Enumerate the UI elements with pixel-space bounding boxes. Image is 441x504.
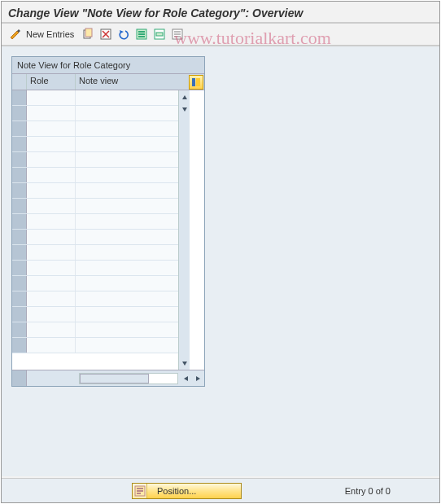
- cell-note-view[interactable]: [76, 214, 178, 229]
- horizontal-scrollbar[interactable]: [12, 370, 204, 386]
- cell-note-view[interactable]: [76, 90, 178, 105]
- cell-role[interactable]: [27, 230, 76, 244]
- table-row[interactable]: [12, 152, 178, 168]
- row-selector[interactable]: [12, 152, 27, 167]
- cell-role[interactable]: [27, 276, 76, 291]
- column-header-role[interactable]: Role: [27, 74, 76, 90]
- table-row[interactable]: [12, 230, 178, 245]
- new-entries-button[interactable]: New Entries: [26, 29, 74, 39]
- table-row[interactable]: [12, 245, 178, 261]
- cell-note-view[interactable]: [76, 137, 178, 151]
- row-selector[interactable]: [12, 261, 27, 275]
- toggle-change-icon[interactable]: [8, 27, 23, 42]
- svg-rect-18: [137, 493, 141, 494]
- table-row[interactable]: [12, 168, 178, 183]
- cell-role[interactable]: [27, 199, 76, 213]
- table-settings-icon[interactable]: [189, 75, 203, 90]
- cell-role[interactable]: [27, 291, 76, 306]
- cell-note-view[interactable]: [76, 276, 178, 291]
- row-selector[interactable]: [12, 245, 27, 260]
- row-selector[interactable]: [12, 291, 27, 306]
- scroll-up-icon[interactable]: [180, 93, 190, 103]
- scroll-down-small-icon[interactable]: [180, 104, 190, 114]
- table-row[interactable]: [12, 307, 178, 322]
- cell-note-view[interactable]: [76, 106, 178, 121]
- cell-role[interactable]: [27, 168, 76, 182]
- scroll-right-icon[interactable]: [193, 374, 203, 383]
- cell-role[interactable]: [27, 152, 76, 167]
- column-header-note-view[interactable]: Note view: [76, 74, 188, 90]
- table-row[interactable]: [12, 214, 178, 230]
- cell-role[interactable]: [27, 322, 76, 337]
- cell-note-view[interactable]: [76, 307, 178, 322]
- row-selector[interactable]: [12, 214, 27, 229]
- table-body: [12, 90, 204, 370]
- cell-note-view[interactable]: [76, 183, 178, 198]
- row-selector[interactable]: [12, 199, 27, 213]
- cell-role[interactable]: [27, 137, 76, 151]
- hscroll-track[interactable]: [79, 373, 178, 384]
- row-selector[interactable]: [12, 276, 27, 291]
- cell-note-view[interactable]: [76, 245, 178, 260]
- table-row[interactable]: [12, 291, 178, 307]
- svg-rect-13: [192, 78, 195, 86]
- svg-rect-4: [138, 31, 145, 33]
- vertical-scrollbar[interactable]: [178, 90, 190, 370]
- copy-as-icon[interactable]: [81, 27, 95, 42]
- cell-role[interactable]: [27, 338, 76, 353]
- cell-role[interactable]: [27, 214, 76, 229]
- row-selector[interactable]: [12, 322, 27, 337]
- row-selector[interactable]: [12, 106, 27, 121]
- row-selector[interactable]: [12, 183, 27, 198]
- row-selector[interactable]: [12, 307, 27, 322]
- svg-rect-5: [138, 33, 145, 35]
- table-row[interactable]: [12, 276, 178, 291]
- footer-bar: Position... Entry 0 of 0: [2, 478, 439, 502]
- cell-role[interactable]: [27, 90, 76, 105]
- cell-note-view[interactable]: [76, 261, 178, 275]
- select-block-icon[interactable]: [152, 27, 167, 42]
- page-title: Change View "Note View for Role Category…: [2, 2, 439, 24]
- cell-role[interactable]: [27, 183, 76, 198]
- svg-rect-1: [85, 28, 92, 37]
- cell-note-view[interactable]: [76, 338, 178, 353]
- svg-rect-6: [138, 36, 145, 37]
- table-row[interactable]: [12, 137, 178, 152]
- cell-note-view[interactable]: [76, 199, 178, 213]
- cell-note-view[interactable]: [76, 322, 178, 337]
- cell-role[interactable]: [27, 121, 76, 136]
- cell-role[interactable]: [27, 261, 76, 275]
- row-selector[interactable]: [12, 338, 27, 353]
- svg-rect-14: [196, 78, 200, 86]
- cell-note-view[interactable]: [76, 230, 178, 244]
- table-row[interactable]: [12, 106, 178, 121]
- table-header: Role Note view: [12, 74, 204, 90]
- scroll-down-icon[interactable]: [180, 358, 190, 368]
- table-row[interactable]: [12, 121, 178, 137]
- table-row[interactable]: [12, 261, 178, 276]
- table-row[interactable]: [12, 183, 178, 199]
- table-row[interactable]: [12, 90, 178, 106]
- position-button[interactable]: Position...: [132, 483, 242, 499]
- row-selector[interactable]: [12, 230, 27, 244]
- cell-role[interactable]: [27, 106, 76, 121]
- cell-role[interactable]: [27, 245, 76, 260]
- select-all-icon[interactable]: [134, 27, 149, 42]
- cell-note-view[interactable]: [76, 152, 178, 167]
- row-selector[interactable]: [12, 121, 27, 136]
- hscroll-thumb[interactable]: [80, 374, 149, 383]
- row-selector[interactable]: [12, 168, 27, 182]
- cell-note-view[interactable]: [76, 168, 178, 182]
- cell-note-view[interactable]: [76, 291, 178, 306]
- row-selector[interactable]: [12, 137, 27, 151]
- delete-icon[interactable]: [98, 27, 113, 42]
- cell-role[interactable]: [27, 307, 76, 322]
- table-row[interactable]: [12, 338, 178, 353]
- undo-change-icon[interactable]: [116, 27, 131, 42]
- table-row[interactable]: [12, 322, 178, 338]
- table-row[interactable]: [12, 199, 178, 214]
- scroll-left-icon[interactable]: [181, 374, 191, 383]
- deselect-all-icon[interactable]: [170, 27, 185, 42]
- cell-note-view[interactable]: [76, 121, 178, 136]
- row-selector[interactable]: [12, 90, 27, 105]
